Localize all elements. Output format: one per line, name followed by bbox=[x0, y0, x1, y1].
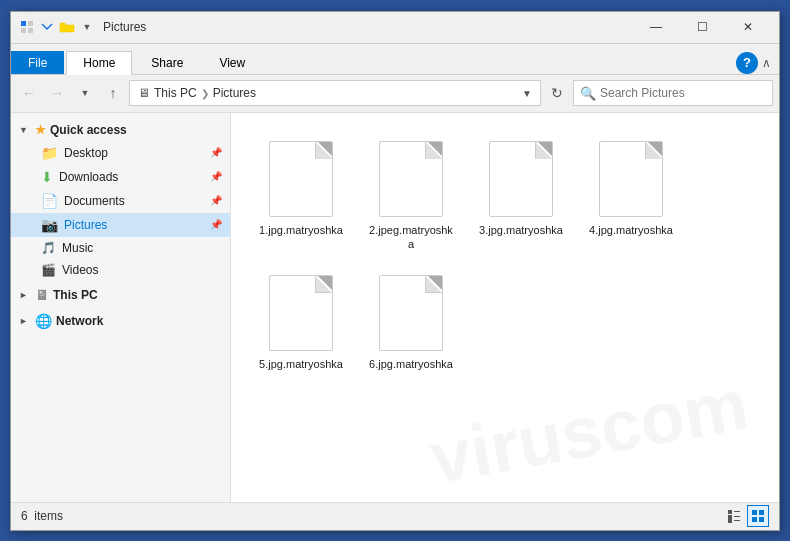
window-controls: — ☐ ✕ bbox=[633, 11, 771, 43]
view-toggle bbox=[723, 505, 769, 527]
downloads-label: Downloads bbox=[59, 170, 118, 184]
file-item-2[interactable]: 2.jpeg.matryoshka bbox=[361, 133, 461, 258]
search-input[interactable] bbox=[600, 86, 766, 100]
file-item-4[interactable]: 4.jpg.matryoshka bbox=[581, 133, 681, 258]
this-pc-chevron: ► bbox=[19, 290, 31, 300]
file-icon-5 bbox=[265, 273, 337, 353]
svg-rect-6 bbox=[728, 515, 732, 519]
file-item-6[interactable]: 6.jpg.matryoshka bbox=[361, 267, 461, 377]
up-button[interactable]: ↑ bbox=[101, 81, 125, 105]
view-tiles-button[interactable] bbox=[747, 505, 769, 527]
sidebar-item-desktop[interactable]: 📁 Desktop 📌 bbox=[11, 141, 230, 165]
breadcrumb-pictures[interactable]: Pictures bbox=[213, 86, 256, 100]
breadcrumb-thispc[interactable]: This PC bbox=[154, 86, 197, 100]
file-name-3: 3.jpg.matryoshka bbox=[479, 223, 563, 237]
search-icon: 🔍 bbox=[580, 86, 596, 101]
ribbon-toggle-icon[interactable]: ∧ bbox=[762, 56, 771, 70]
restore-button[interactable]: ☐ bbox=[679, 11, 725, 43]
desktop-label: Desktop bbox=[64, 146, 108, 160]
documents-folder-icon: 📄 bbox=[41, 193, 58, 209]
svg-rect-7 bbox=[734, 516, 740, 517]
file-item-1[interactable]: 1.jpg.matryoshka bbox=[251, 133, 351, 258]
desktop-folder-icon: 📁 bbox=[41, 145, 58, 161]
pictures-folder-icon: 📷 bbox=[41, 217, 58, 233]
tab-view[interactable]: View bbox=[202, 51, 262, 74]
sidebar-item-pictures[interactable]: 📷 Pictures 📌 bbox=[11, 213, 230, 237]
network-label: Network bbox=[56, 314, 103, 328]
quick-access-star-icon: ★ bbox=[35, 123, 46, 137]
close-button[interactable]: ✕ bbox=[725, 11, 771, 43]
quick-access-section: ▼ ★ Quick access 📁 Desktop 📌 ⬇ Downloads… bbox=[11, 119, 230, 281]
qat-folder-icon[interactable] bbox=[59, 19, 75, 35]
file-item-3[interactable]: 3.jpg.matryoshka bbox=[471, 133, 571, 258]
this-pc-section: ► 🖥 This PC bbox=[11, 283, 230, 307]
file-grid: 1.jpg.matryoshka 2.jpeg.matryoshka 3.jpg… bbox=[241, 123, 769, 388]
doc-icon-6 bbox=[379, 275, 443, 351]
qat-dropdown[interactable]: ▼ bbox=[79, 19, 95, 35]
sidebar-item-videos[interactable]: 🎬 Videos bbox=[11, 259, 230, 281]
forward-button[interactable]: → bbox=[45, 81, 69, 105]
dropdown-button[interactable]: ▼ bbox=[73, 81, 97, 105]
breadcrumb-sep-1: ❯ bbox=[201, 88, 209, 99]
documents-label: Documents bbox=[64, 194, 125, 208]
minimize-button[interactable]: — bbox=[633, 11, 679, 43]
quick-access-header[interactable]: ▼ ★ Quick access bbox=[11, 119, 230, 141]
network-icon: 🌐 bbox=[35, 313, 52, 329]
file-area: viruscom 1.jpg.matryoshka 2.jpeg.matryos… bbox=[231, 113, 779, 502]
tab-share[interactable]: Share bbox=[134, 51, 200, 74]
file-icon-3 bbox=[485, 139, 557, 219]
status-count: 6 items bbox=[21, 509, 63, 523]
title-bar-icons: ▼ bbox=[19, 19, 95, 35]
svg-rect-9 bbox=[734, 520, 740, 521]
back-button[interactable]: ← bbox=[17, 81, 41, 105]
tab-file[interactable]: File bbox=[11, 51, 64, 74]
refresh-button[interactable]: ↻ bbox=[545, 81, 569, 105]
address-bar: ← → ▼ ↑ 🖥 This PC ❯ Pictures ▼ ↻ 🔍 bbox=[11, 75, 779, 113]
doc-icon-3 bbox=[489, 141, 553, 217]
network-chevron: ► bbox=[19, 316, 31, 326]
this-pc-header[interactable]: ► 🖥 This PC bbox=[11, 283, 230, 307]
view-list-button[interactable] bbox=[723, 505, 745, 527]
sidebar-item-downloads[interactable]: ⬇ Downloads 📌 bbox=[11, 165, 230, 189]
svg-rect-10 bbox=[752, 510, 757, 515]
ribbon-collapse: ? ∧ bbox=[736, 52, 779, 74]
ribbon: File Home Share View ? ∧ bbox=[11, 44, 779, 75]
doc-icon-4 bbox=[599, 141, 663, 217]
sidebar-item-documents[interactable]: 📄 Documents 📌 bbox=[11, 189, 230, 213]
svg-rect-0 bbox=[21, 21, 26, 26]
this-pc-label: This PC bbox=[53, 288, 98, 302]
breadcrumb-bar: 🖥 This PC ❯ Pictures ▼ bbox=[129, 80, 541, 106]
file-icon-6 bbox=[375, 273, 447, 353]
sidebar-item-music[interactable]: 🎵 Music bbox=[11, 237, 230, 259]
main-area: ▼ ★ Quick access 📁 Desktop 📌 ⬇ Downloads… bbox=[11, 113, 779, 502]
ribbon-help-icon[interactable]: ? bbox=[736, 52, 758, 74]
svg-rect-5 bbox=[734, 511, 740, 512]
qat-icon-1[interactable] bbox=[19, 19, 35, 35]
search-bar[interactable]: 🔍 bbox=[573, 80, 773, 106]
svg-rect-4 bbox=[728, 510, 732, 514]
doc-icon-1 bbox=[269, 141, 333, 217]
file-icon-2 bbox=[375, 139, 447, 219]
svg-rect-13 bbox=[759, 517, 764, 522]
music-label: Music bbox=[62, 241, 93, 255]
file-item-5[interactable]: 5.jpg.matryoshka bbox=[251, 267, 351, 377]
svg-rect-1 bbox=[28, 21, 33, 26]
tab-home[interactable]: Home bbox=[66, 51, 132, 75]
file-name-4: 4.jpg.matryoshka bbox=[589, 223, 673, 237]
pc-breadcrumb-icon: 🖥 bbox=[138, 86, 150, 100]
network-header[interactable]: ► 🌐 Network bbox=[11, 309, 230, 333]
title-bar: ▼ Pictures — ☐ ✕ bbox=[11, 12, 779, 44]
doc-icon-5 bbox=[269, 275, 333, 351]
videos-label: Videos bbox=[62, 263, 98, 277]
this-pc-icon: 🖥 bbox=[35, 287, 49, 303]
network-section: ► 🌐 Network bbox=[11, 309, 230, 333]
pictures-pin-icon: 📌 bbox=[210, 219, 222, 230]
quick-access-label: Quick access bbox=[50, 123, 127, 137]
svg-rect-11 bbox=[759, 510, 764, 515]
status-count-number: 6 bbox=[21, 509, 28, 523]
svg-rect-12 bbox=[752, 517, 757, 522]
breadcrumb-dropdown[interactable]: ▼ bbox=[522, 88, 532, 99]
qat-icon-2[interactable] bbox=[39, 19, 55, 35]
file-name-6: 6.jpg.matryoshka bbox=[369, 357, 453, 371]
desktop-pin-icon: 📌 bbox=[210, 147, 222, 158]
